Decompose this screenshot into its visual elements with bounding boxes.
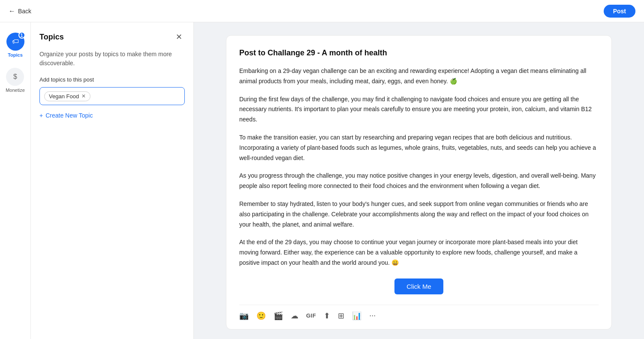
camera-icon[interactable]: 📷 xyxy=(239,311,249,321)
plus-icon: + xyxy=(39,112,43,119)
add-topics-label: Add topics to this post xyxy=(39,76,185,83)
topics-panel: Topics ✕ Organize your posts by topics t… xyxy=(31,22,194,339)
gif-icon[interactable]: GIF xyxy=(306,312,316,319)
close-panel-button[interactable]: ✕ xyxy=(173,31,185,43)
panel-header: Topics ✕ xyxy=(39,31,185,43)
monetize-icon-circle: $ xyxy=(6,68,24,86)
topics-icon-circle: 🏷 1 xyxy=(6,33,24,51)
emoji-icon[interactable]: 🙂 xyxy=(256,311,266,321)
tag-label: Vegan Food xyxy=(49,93,79,100)
create-topic-label: Create New Topic xyxy=(45,112,93,119)
monetize-label: Monetize xyxy=(6,88,25,93)
back-label: Back xyxy=(18,8,31,15)
post-paragraph-5: Remember to stay hydrated, listen to you… xyxy=(239,199,599,230)
panel-title: Topics xyxy=(39,33,64,42)
post-paragraph-3: To make the transition easier, you can s… xyxy=(239,133,599,163)
cloud-icon[interactable]: ☁ xyxy=(291,311,298,321)
sidebar-item-topics[interactable]: 🏷 1 Topics xyxy=(5,29,26,61)
video-icon[interactable]: 🎬 xyxy=(274,311,283,321)
post-body: Embarking on a 29-day vegan challenge ca… xyxy=(239,66,599,268)
upload-icon[interactable]: ⬆ xyxy=(324,311,330,321)
top-bar: ← Back Post xyxy=(0,0,644,22)
click-me-button[interactable]: Click Me xyxy=(394,278,443,294)
post-button[interactable]: Post xyxy=(604,5,635,18)
topics-label: Topics xyxy=(8,52,23,58)
tag-remove-button[interactable]: ✕ xyxy=(81,94,86,99)
post-paragraph-4: As you progress through the challenge, y… xyxy=(239,171,599,191)
post-card: Post to Challange 29 - A month of health… xyxy=(226,35,612,330)
create-new-topic-button[interactable]: + Create New Topic xyxy=(39,112,93,119)
panel-description: Organize your posts by topics to make th… xyxy=(39,50,185,68)
chart-icon[interactable]: 📊 xyxy=(352,311,361,321)
more-icon[interactable]: ··· xyxy=(369,311,376,320)
post-title: Post to Challange 29 - A month of health xyxy=(239,48,599,58)
main-content: Post to Challange 29 - A month of health… xyxy=(194,22,644,339)
monetize-icon: $ xyxy=(13,73,17,81)
post-paragraph-6: At the end of the 29 days, you may choos… xyxy=(239,237,599,268)
sidebar-item-monetize[interactable]: $ Monetize xyxy=(4,64,27,96)
post-paragraph-1: Embarking on a 29-day vegan challenge ca… xyxy=(239,66,599,87)
post-toolbar: 📷 🙂 🎬 ☁ GIF ⬆ ⊞ 📊 ··· xyxy=(239,305,599,321)
back-button[interactable]: ← Back xyxy=(9,7,31,15)
back-arrow-icon: ← xyxy=(9,7,15,15)
topics-badge: 1 xyxy=(18,32,25,39)
topic-tag-vegan-food: Vegan Food ✕ xyxy=(44,91,90,101)
left-sidebar: 🏷 1 Topics $ Monetize xyxy=(0,22,31,339)
topics-input-area[interactable]: Vegan Food ✕ xyxy=(39,87,185,105)
grid-icon[interactable]: ⊞ xyxy=(338,311,344,321)
post-paragraph-2: During the first few days of the challen… xyxy=(239,94,599,125)
topics-icon: 🏷 xyxy=(12,38,19,45)
